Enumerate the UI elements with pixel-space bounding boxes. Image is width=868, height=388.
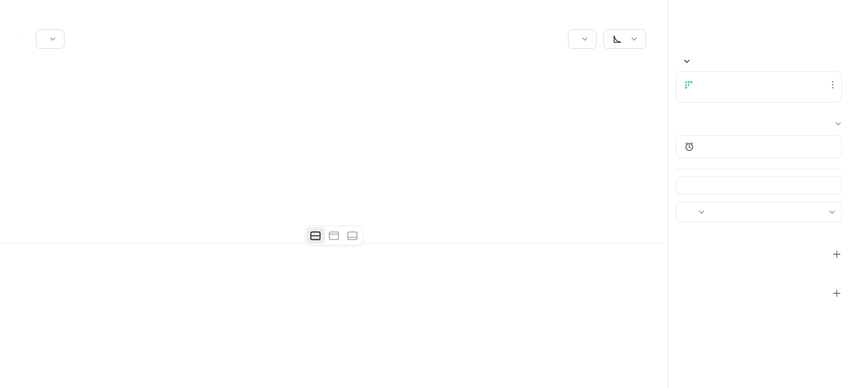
- sidebar-content: [668, 48, 868, 298]
- chart-legend: [0, 60, 668, 67]
- advanced-dropdown[interactable]: [832, 119, 841, 127]
- query-sidebar: [668, 0, 868, 388]
- chevron-down-icon: [835, 119, 841, 127]
- breakdown-row: [680, 288, 841, 298]
- add-filter-button[interactable]: [833, 250, 841, 258]
- toolbar-right: [568, 29, 646, 49]
- kebab-menu-icon[interactable]: [831, 79, 835, 90]
- chevron-down-icon: [582, 37, 588, 41]
- layout-chart-view-button[interactable]: [325, 227, 343, 244]
- layout-toggle-group: [305, 226, 363, 245]
- retention-condition-card[interactable]: [676, 135, 842, 158]
- layout-table-view-button[interactable]: [343, 227, 362, 244]
- sidebar-tabs: [668, 0, 868, 24]
- layout-toggle-wrap: [0, 226, 668, 245]
- behavior-card: [676, 71, 842, 103]
- add-breakdown-button[interactable]: [833, 289, 841, 297]
- chevron-down-icon: [50, 37, 55, 41]
- retention-line-chart[interactable]: [11, 69, 657, 220]
- toolbar: [22, 29, 646, 49]
- measure-card: [676, 202, 842, 222]
- retention-criteria-row: [680, 119, 841, 127]
- divider: [676, 169, 842, 169]
- chevron-down-icon: [684, 60, 690, 63]
- alarm-clock-icon: [684, 142, 694, 152]
- retention-section-toggle[interactable]: [680, 60, 842, 63]
- behavior-header[interactable]: [682, 77, 836, 96]
- legend-swatch: [329, 60, 335, 67]
- retention-curve-icon: [612, 35, 622, 44]
- save-as-new-behavior-button[interactable]: [676, 176, 842, 195]
- compare-button[interactable]: [36, 29, 65, 49]
- chevron-down-icon: [699, 211, 704, 214]
- all-groups-dropdown[interactable]: [826, 211, 835, 214]
- granularity-button[interactable]: [568, 29, 597, 49]
- chevron-down-icon: [631, 37, 637, 41]
- report-type-tabs: [668, 24, 868, 48]
- measure-property-dropdown[interactable]: [687, 211, 822, 214]
- chevron-down-icon: [829, 211, 835, 214]
- layout-split-view-button[interactable]: [307, 227, 325, 244]
- chart-type-button[interactable]: [603, 29, 646, 49]
- retention-icon: [684, 80, 693, 90]
- main-panel: [0, 0, 668, 388]
- filter-row: [680, 249, 841, 259]
- date-range-group: [22, 39, 23, 40]
